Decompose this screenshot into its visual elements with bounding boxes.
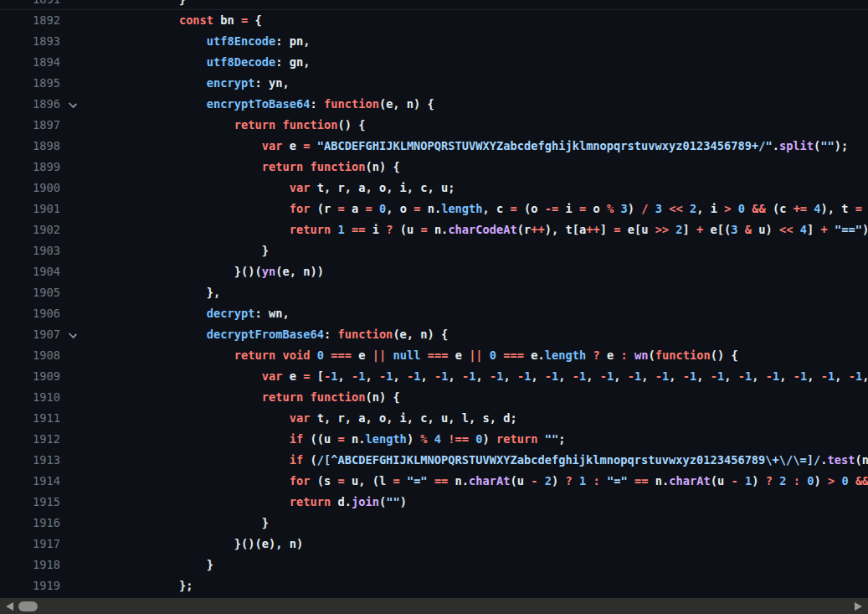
chevron-down-icon[interactable] <box>69 330 77 338</box>
fold-gutter <box>60 408 96 429</box>
fold-gutter <box>60 219 96 240</box>
code-line: 1909 var e = [-1, -1, -1, -1, -1, -1, -1… <box>0 366 868 387</box>
fold-gutter <box>60 52 96 73</box>
line-number: 1907 <box>0 324 60 345</box>
code-line: 1913 if (/[^ABCDEFGHIJKLMNOPQRSTUVWXYZab… <box>0 450 868 471</box>
code-text: decryptFromBase64: function(e, n) { <box>96 324 448 345</box>
line-number: 1909 <box>0 366 60 387</box>
fold-gutter <box>60 366 96 387</box>
fold-gutter <box>60 115 96 136</box>
fold-gutter <box>60 513 96 534</box>
line-number: 1895 <box>0 73 60 94</box>
line-number: 1899 <box>0 157 60 178</box>
line-number: 1918 <box>0 555 60 575</box>
fold-gutter <box>60 575 96 596</box>
code-line: 1915 return d.join("") <box>0 492 868 513</box>
code-text: for (s = u, (l = "=" == n.charAt(u - 2) … <box>96 471 868 492</box>
line-number: 1900 <box>0 178 60 199</box>
code-text: }; <box>96 575 193 596</box>
code-text: var e = [-1, -1, -1, -1, -1, -1, -1, -1,… <box>96 366 868 387</box>
fold-gutter <box>60 534 96 555</box>
line-number: 1894 <box>0 52 60 73</box>
code-text: }, <box>96 282 220 303</box>
code-line: 1905 }, <box>0 282 868 303</box>
line-number: 1908 <box>0 345 60 366</box>
code-line: 1908 return void 0 === e || null === e |… <box>0 345 868 366</box>
code-text: return 1 == i ? (u = n.charCodeAt(r++), … <box>96 219 868 240</box>
code-text: return void 0 === e || null === e || 0 =… <box>96 345 738 366</box>
code-line: 1895 encrypt: yn, <box>0 73 868 94</box>
fold-gutter <box>60 178 96 199</box>
scrollbar-thumb[interactable] <box>18 601 38 611</box>
fold-gutter <box>60 282 96 303</box>
fold-gutter[interactable] <box>60 94 96 115</box>
code-text: if (/[^ABCDEFGHIJKLMNOPQRSTUVWXYZabcdefg… <box>96 450 868 471</box>
fold-gutter <box>60 73 96 94</box>
fold-gutter <box>60 429 96 450</box>
code-line: 1894 utf8Decode: gn, <box>0 52 868 73</box>
code-line: 1917 }()(e), n) <box>0 534 868 555</box>
line-number: 1903 <box>0 240 60 261</box>
line-number: 1919 <box>0 575 60 596</box>
fold-gutter[interactable] <box>60 324 96 345</box>
fold-gutter <box>60 10 96 31</box>
line-number: 1916 <box>0 513 60 534</box>
chevron-down-icon[interactable] <box>69 100 77 108</box>
code-text: var t, r, a, o, i, c, u, l, s, d; <box>96 408 517 429</box>
fold-gutter <box>60 492 96 513</box>
code-text: encryptToBase64: function(e, n) { <box>96 94 434 115</box>
code-line: 1903 } <box>0 240 868 261</box>
code-line: 1911 var t, r, a, o, i, c, u, l, s, d; <box>0 408 868 429</box>
code-text: if ((u = n.length) % 4 !== 0) return ""; <box>96 429 566 450</box>
code-lines: 1891 }1892 const bn = {1893 utf8Encode: … <box>0 0 868 596</box>
code-text: } <box>96 513 269 534</box>
code-line: 1910 return function(n) { <box>0 387 868 408</box>
line-number: 1910 <box>0 387 60 408</box>
code-text: decrypt: wn, <box>96 303 290 324</box>
code-line: 1896 encryptToBase64: function(e, n) { <box>0 94 868 115</box>
code-line: 1904 }()(yn(e, n)) <box>0 261 868 282</box>
line-number: 1905 <box>0 282 60 303</box>
fold-gutter <box>60 157 96 178</box>
code-line: 1902 return 1 == i ? (u = n.charCodeAt(r… <box>0 219 868 240</box>
scroll-right-arrow-icon[interactable] <box>855 602 862 611</box>
code-line: 1899 return function(n) { <box>0 157 868 178</box>
fold-gutter <box>60 345 96 366</box>
code-text: } <box>96 240 269 261</box>
line-number: 1906 <box>0 303 60 324</box>
fold-gutter <box>60 450 96 471</box>
fold-gutter <box>60 555 96 575</box>
fold-gutter <box>60 199 96 219</box>
code-text: return d.join("") <box>96 492 407 513</box>
code-line: 1898 var e = "ABCDEFGHIJKLMNOPQRSTUVWXYZ… <box>0 136 868 157</box>
code-editor[interactable]: 1891 }1892 const bn = {1893 utf8Encode: … <box>0 0 868 614</box>
code-text: }()(e), n) <box>96 534 303 555</box>
line-number: 1917 <box>0 534 60 555</box>
line-number: 1911 <box>0 408 60 429</box>
code-text: } <box>96 0 186 9</box>
code-text: utf8Decode: gn, <box>96 52 310 73</box>
code-text: for (r = a = 0, o = n.length, c = (o -= … <box>96 199 868 219</box>
code-text: return function() { <box>96 115 365 136</box>
fold-gutter <box>60 136 96 157</box>
code-line: 1907 decryptFromBase64: function(e, n) { <box>0 324 868 345</box>
fold-gutter <box>60 0 96 9</box>
fold-gutter <box>60 261 96 282</box>
code-line: 1918 } <box>0 555 868 575</box>
line-number: 1902 <box>0 219 60 240</box>
line-number: 1892 <box>0 10 60 31</box>
code-line: 1912 if ((u = n.length) % 4 !== 0) retur… <box>0 429 868 450</box>
code-line: 1901 for (r = a = 0, o = n.length, c = (… <box>0 199 868 219</box>
line-number: 1898 <box>0 136 60 157</box>
line-number: 1893 <box>0 31 60 52</box>
horizontal-scrollbar[interactable] <box>0 598 868 614</box>
fold-gutter <box>60 303 96 324</box>
code-line: 1891 } <box>0 0 868 10</box>
line-number: 1901 <box>0 199 60 219</box>
code-text: return function(n) { <box>96 157 400 178</box>
line-number: 1897 <box>0 115 60 136</box>
code-text: utf8Encode: pn, <box>96 31 310 52</box>
scroll-left-arrow-icon[interactable] <box>6 602 13 611</box>
code-line: 1900 var t, r, a, o, i, c, u; <box>0 178 868 199</box>
line-number: 1915 <box>0 492 60 513</box>
